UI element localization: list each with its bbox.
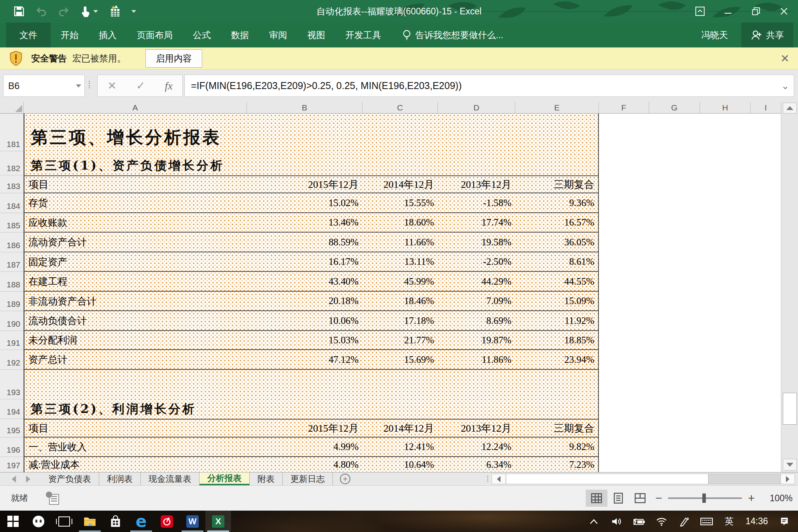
column-header-e[interactable]: E: [515, 102, 599, 113]
name-box-dropdown[interactable]: [73, 75, 84, 96]
insert-function-icon[interactable]: fx: [165, 80, 173, 92]
undo-button[interactable]: [35, 5, 47, 17]
sheet-tab-cashflow[interactable]: 现金流量表: [141, 472, 200, 485]
row-header-193[interactable]: 193: [0, 370, 23, 399]
sheet-tab-analysis-active[interactable]: 分析报表: [200, 472, 250, 485]
zoom-out-button[interactable]: −: [651, 492, 667, 505]
wifi-icon[interactable]: [652, 511, 671, 532]
save-button[interactable]: [13, 5, 25, 17]
edge-button[interactable]: e: [128, 511, 154, 532]
battery-icon[interactable]: [629, 511, 649, 532]
pen-icon[interactable]: [674, 511, 694, 532]
file-explorer-button[interactable]: [77, 511, 103, 532]
row-header-186[interactable]: 186: [0, 233, 23, 252]
page-break-view-button[interactable]: [629, 490, 651, 507]
store-button[interactable]: [103, 511, 128, 532]
ribbon-tab-review[interactable]: 审阅: [259, 23, 297, 47]
restore-button[interactable]: [742, 0, 770, 23]
cortana-button[interactable]: [26, 511, 51, 532]
row-header-191[interactable]: 191: [0, 331, 23, 350]
name-box[interactable]: B6: [3, 75, 85, 97]
macro-record-icon[interactable]: [46, 492, 59, 505]
row-header-188[interactable]: 188: [0, 272, 23, 292]
horizontal-scrollbar[interactable]: [492, 474, 795, 484]
scroll-down-button[interactable]: [783, 459, 797, 471]
close-button[interactable]: [770, 0, 798, 23]
formula-input[interactable]: =IF(MIN(E196,E203,E209)>0.25, 0.25, MIN(…: [184, 75, 794, 97]
tab-scroll-splitter[interactable]: ⁞: [486, 472, 488, 485]
zoom-slider-thumb[interactable]: [702, 494, 706, 503]
tell-me-box[interactable]: 告诉我您想要做什么...: [402, 29, 503, 41]
horizontal-scroll-thumb[interactable]: [506, 474, 709, 484]
row-header-183[interactable]: 183: [0, 175, 23, 193]
column-header-g[interactable]: G: [649, 102, 700, 113]
excel-button[interactable]: X: [205, 511, 231, 532]
scroll-left-button[interactable]: [492, 474, 506, 484]
column-header-i[interactable]: I: [751, 102, 781, 113]
formula-bar-handle[interactable]: ⁞: [88, 79, 90, 91]
enable-content-button[interactable]: 启用内容: [145, 49, 202, 68]
column-header-d[interactable]: D: [438, 102, 515, 113]
column-header-c[interactable]: C: [362, 102, 438, 113]
column-header-f[interactable]: F: [599, 102, 649, 113]
scroll-right-button[interactable]: [780, 474, 794, 484]
row-header-182[interactable]: 182: [0, 151, 23, 175]
sheet-tab-changelog[interactable]: 更新日志: [283, 472, 333, 485]
ribbon-tab-formulas[interactable]: 公式: [183, 23, 221, 47]
ribbon-tab-view[interactable]: 视图: [297, 23, 335, 47]
normal-view-button[interactable]: [586, 490, 607, 507]
ime-language-indicator[interactable]: 英: [719, 511, 739, 532]
row-header-184[interactable]: 184: [0, 193, 23, 213]
table-tool-button[interactable]: [108, 5, 121, 18]
ribbon-tab-file[interactable]: 文件: [6, 23, 51, 47]
ribbon-tab-home[interactable]: 开始: [51, 23, 89, 47]
vertical-scroll-thumb[interactable]: [783, 393, 797, 425]
start-button[interactable]: [0, 511, 26, 532]
sheet-nav-right-icon[interactable]: [26, 476, 30, 483]
grid-report-area[interactable]: 第三项、增长分析报表 第三项(1)、资产负债增长分析 项目 2015年12月 2…: [24, 114, 599, 472]
row-header-192[interactable]: 192: [0, 350, 23, 370]
task-view-button[interactable]: [51, 511, 77, 532]
taskbar-clock[interactable]: 14:36: [742, 511, 772, 532]
hidden-icons-chevron[interactable]: [584, 511, 604, 532]
row-header-189[interactable]: 189: [0, 292, 23, 311]
warning-close-icon[interactable]: ✕: [780, 52, 789, 65]
row-header-196[interactable]: 196: [0, 438, 23, 457]
new-sheet-button[interactable]: +: [340, 472, 350, 485]
confirm-entry-icon[interactable]: ✓: [136, 79, 145, 92]
qat-customize-caret[interactable]: [131, 10, 136, 13]
column-header-a[interactable]: A: [24, 102, 247, 113]
row-header-197[interactable]: 197: [0, 457, 23, 472]
netease-music-button[interactable]: [154, 511, 180, 532]
row-header-194[interactable]: 194: [0, 399, 23, 419]
volume-icon[interactable]: [607, 511, 626, 532]
zoom-level[interactable]: 100%: [759, 493, 793, 504]
touch-mode-button[interactable]: [80, 5, 98, 18]
row-header-195[interactable]: 195: [0, 419, 23, 438]
cancel-entry-icon[interactable]: ✕: [107, 79, 116, 92]
scroll-up-button[interactable]: [783, 103, 797, 114]
touch-keyboard-icon[interactable]: [697, 511, 716, 532]
column-header-b[interactable]: B: [247, 102, 362, 113]
redo-button[interactable]: [58, 5, 70, 17]
row-header-185[interactable]: 185: [0, 213, 23, 233]
ribbon-display-options-button[interactable]: [686, 0, 714, 23]
formula-bar-expand-icon[interactable]: ⌄: [777, 80, 794, 91]
page-layout-view-button[interactable]: [607, 490, 629, 507]
word-button[interactable]: W: [180, 511, 205, 532]
column-header-h[interactable]: H: [700, 102, 751, 113]
row-header-181[interactable]: 181: [0, 114, 23, 151]
grid-empty-area[interactable]: [599, 114, 781, 472]
sheet-nav-left-icon[interactable]: [12, 476, 16, 483]
sheet-tab-appendix[interactable]: 附表: [250, 472, 283, 485]
action-center-icon[interactable]: [775, 511, 794, 532]
zoom-in-button[interactable]: +: [744, 492, 759, 505]
zoom-slider[interactable]: [668, 497, 742, 499]
row-header-190[interactable]: 190: [0, 311, 23, 331]
sheet-tab-balance[interactable]: 资产负债表: [40, 472, 99, 485]
ribbon-tab-insert[interactable]: 插入: [89, 23, 127, 47]
minimize-button[interactable]: [714, 0, 742, 23]
vertical-scrollbar[interactable]: [781, 102, 798, 472]
row-header-187[interactable]: 187: [0, 252, 23, 272]
touch-mode-caret[interactable]: [93, 10, 98, 13]
